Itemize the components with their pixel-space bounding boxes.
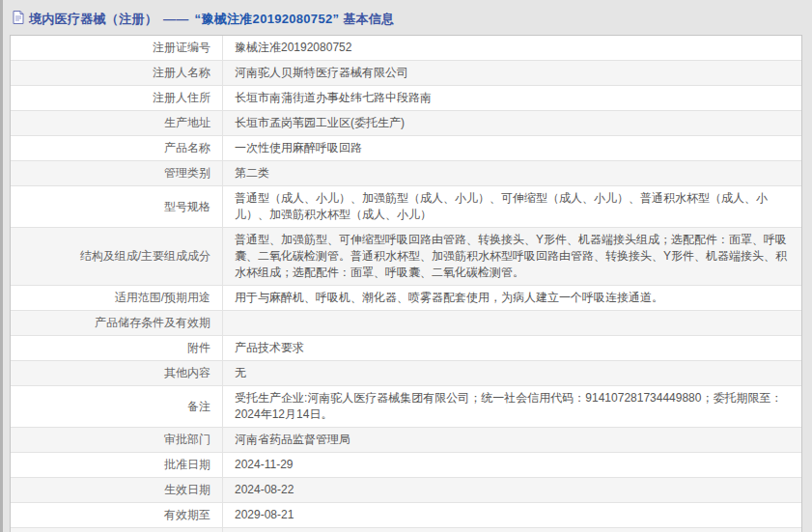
row-value-text: 普通型、加强筋型、可伸缩型呼吸回路由管路、转换接头、Y形件、机器端接头组成；选配… — [235, 232, 790, 281]
table-row: 产品储存条件及有效期 — [11, 311, 801, 336]
row-label: 产品名称 — [11, 136, 223, 160]
row-label: 注册证编号 — [11, 36, 223, 60]
window-edge — [0, 0, 3, 532]
table-row: 变更情况2024-11-29委托生产期限：从2024年12月15日至2029年8… — [11, 528, 801, 532]
row-value-text: 长垣市孟岗苇园工业区(委托生产) — [235, 115, 405, 131]
row-value-text: 河南驼人贝斯特医疗器械有限公司 — [235, 65, 408, 81]
row-label-text: 备注 — [187, 399, 210, 415]
row-value-text: 2024-11-29 — [235, 457, 294, 473]
row-value: 一次性使用麻醉呼吸回路 — [223, 136, 801, 160]
table-row: 注册证编号豫械注准20192080752 — [11, 36, 801, 61]
row-value — [223, 311, 801, 335]
row-label: 生产地址 — [11, 111, 223, 135]
row-label-text: 有效期至 — [164, 507, 210, 523]
row-label-text: 适用范围/预期用途 — [115, 290, 210, 306]
row-label-text: 结构及组成/主要组成成分 — [80, 248, 210, 265]
row-value: 2024-08-22 — [223, 478, 801, 502]
row-value: 2024-11-29委托生产期限：从2024年12月15日至2029年8月21日… — [223, 528, 801, 532]
row-label: 注册人住所 — [11, 86, 223, 110]
row-label: 生效日期 — [11, 478, 223, 502]
table-row: 生效日期2024-08-22 — [11, 478, 801, 503]
row-value-text: 受托生产企业:河南驼人医疗器械集团有限公司；统一社会信用代码：914107281… — [235, 390, 790, 423]
table-row: 适用范围/预期用途用于与麻醉机、呼吸机、潮化器、喷雾器配套使用，为病人建立一个呼… — [11, 286, 801, 311]
document-icon — [13, 11, 24, 27]
row-label-text: 型号规格 — [164, 199, 210, 215]
row-label: 附件 — [11, 336, 223, 360]
row-value: 普通型、加强筋型、可伸缩型呼吸回路由管路、转换接头、Y形件、机器端接头组成；选配… — [223, 228, 801, 285]
row-value: 无 — [223, 361, 801, 385]
table-row: 审批部门河南省药品监督管理局 — [11, 428, 801, 453]
row-value: 产品技术要求 — [223, 336, 801, 360]
row-label-text: 产品储存条件及有效期 — [95, 315, 210, 331]
row-value: 2024-11-29 — [223, 453, 801, 477]
table-row: 产品名称一次性使用麻醉呼吸回路 — [11, 136, 801, 161]
row-label-text: 注册人住所 — [153, 90, 210, 106]
table-row: 其他内容无 — [11, 361, 801, 386]
row-label-text: 附件 — [187, 340, 210, 356]
table-row: 备注受托生产企业:河南驼人医疗器械集团有限公司；统一社会信用代码：9141072… — [11, 386, 801, 428]
row-label: 型号规格 — [11, 186, 223, 227]
table-row: 有效期至2029-08-21 — [11, 503, 801, 528]
row-label-text: 审批部门 — [164, 432, 210, 448]
row-value-text: 产品技术要求 — [235, 340, 304, 356]
row-label: 产品储存条件及有效期 — [11, 311, 223, 335]
row-label: 结构及组成/主要组成成分 — [11, 228, 223, 285]
row-value-text: 用于与麻醉机、呼吸机、潮化器、喷雾器配套使用，为病人建立一个呼吸连接通道。 — [235, 290, 663, 306]
row-value-text: 2024-08-22 — [235, 482, 294, 498]
row-value: 长垣市南蒲街道办事处纬七路中段路南 — [223, 86, 801, 110]
row-value-text: 河南省药品监督管理局 — [235, 432, 350, 448]
row-label: 适用范围/预期用途 — [11, 286, 223, 310]
page-header: 境内医疗器械（注册）——“豫械注准20192080752”基本信息 — [0, 0, 812, 31]
row-label: 注册人名称 — [11, 61, 223, 85]
title-registration-number: “豫械注准20192080752” — [195, 12, 340, 26]
table-row: 注册人住所长垣市南蒲街道办事处纬七路中段路南 — [11, 86, 801, 111]
title-prefix: 境内医疗器械（注册） — [29, 12, 157, 26]
row-value: 河南省药品监督管理局 — [223, 428, 801, 452]
row-value: 第二类 — [223, 161, 801, 185]
row-label: 管理类别 — [11, 161, 223, 185]
row-label: 备注 — [11, 386, 223, 427]
row-label-text: 生产地址 — [164, 115, 210, 131]
row-label-text: 批准日期 — [164, 457, 210, 473]
row-value-text: 一次性使用麻醉呼吸回路 — [235, 140, 362, 156]
table-row: 批准日期2024-11-29 — [11, 453, 801, 478]
row-value-text: 豫械注准20192080752 — [235, 40, 351, 56]
info-table: 注册证编号豫械注准20192080752注册人名称河南驼人贝斯特医疗器械有限公司… — [10, 35, 802, 532]
row-label-text: 注册证编号 — [153, 40, 210, 56]
row-label: 有效期至 — [11, 503, 223, 527]
row-value-text: 第二类 — [235, 165, 269, 182]
row-value-text: 2029-08-21 — [235, 507, 294, 523]
row-label-text: 生效日期 — [164, 482, 210, 498]
page-title: 境内医疗器械（注册）——“豫械注准20192080752”基本信息 — [13, 11, 394, 25]
row-label-text: 注册人名称 — [153, 65, 210, 81]
row-label: 批准日期 — [11, 453, 223, 477]
title-dash: —— — [163, 12, 189, 26]
row-value-text: 普通型（成人、小儿）、加强筋型（成人、小儿）、可伸缩型（成人、小儿）、普通积水杯… — [235, 190, 790, 223]
row-value: 用于与麻醉机、呼吸机、潮化器、喷雾器配套使用，为病人建立一个呼吸连接通道。 — [223, 286, 801, 310]
row-value: 受托生产企业:河南驼人医疗器械集团有限公司；统一社会信用代码：914107281… — [223, 386, 801, 427]
row-label-text: 产品名称 — [164, 140, 210, 156]
title-suffix: 基本信息 — [343, 12, 394, 26]
table-row: 结构及组成/主要组成成分普通型、加强筋型、可伸缩型呼吸回路由管路、转换接头、Y形… — [11, 228, 801, 286]
table-row: 管理类别第二类 — [11, 161, 801, 186]
row-value: 河南驼人贝斯特医疗器械有限公司 — [223, 61, 801, 85]
table-row: 生产地址长垣市孟岗苇园工业区(委托生产) — [11, 111, 801, 136]
row-value-text: 无 — [235, 365, 246, 381]
row-value: 豫械注准20192080752 — [223, 36, 801, 60]
row-value-text: 长垣市南蒲街道办事处纬七路中段路南 — [235, 90, 432, 106]
table-row: 注册人名称河南驼人贝斯特医疗器械有限公司 — [11, 61, 801, 86]
row-label-text: 管理类别 — [164, 165, 210, 182]
row-label: 审批部门 — [11, 428, 223, 452]
row-label-text: 其他内容 — [164, 365, 210, 381]
table-row: 型号规格普通型（成人、小儿）、加强筋型（成人、小儿）、可伸缩型（成人、小儿）、普… — [11, 186, 801, 228]
row-label: 变更情况 — [11, 528, 223, 532]
table-row: 附件产品技术要求 — [11, 336, 801, 361]
row-value: 长垣市孟岗苇园工业区(委托生产) — [223, 111, 801, 135]
row-value: 普通型（成人、小儿）、加强筋型（成人、小儿）、可伸缩型（成人、小儿）、普通积水杯… — [223, 186, 801, 227]
row-value: 2029-08-21 — [223, 503, 801, 527]
row-label: 其他内容 — [11, 361, 223, 385]
